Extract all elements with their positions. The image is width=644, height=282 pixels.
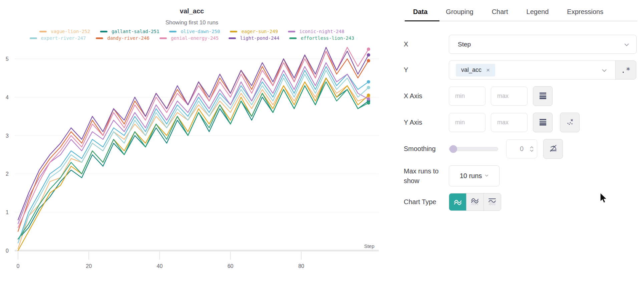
log-scale-icon <box>539 91 547 101</box>
legend-item[interactable]: expert-river-247 <box>30 35 86 41</box>
stepper-down-icon <box>530 149 534 152</box>
legend-run-name: iconic-night-248 <box>299 29 344 34</box>
run-endpoint-dot <box>367 80 370 84</box>
run-endpoint-dot <box>367 47 370 51</box>
chart-type-area-button[interactable] <box>466 193 484 210</box>
legend-run-name: light-pond-244 <box>240 35 279 41</box>
smoothing-slider[interactable] <box>449 147 498 151</box>
y-axis-max-input[interactable] <box>491 113 528 132</box>
tab-grouping[interactable]: Grouping <box>446 8 473 16</box>
y-axis-log-scale-button[interactable] <box>533 113 553 132</box>
show-original-toggle-button[interactable] <box>543 139 563 159</box>
x-metric-select[interactable]: Step <box>449 35 637 54</box>
tab-underline <box>404 21 637 21</box>
run-endpoint-dot <box>367 94 370 97</box>
data-tab-form: X Step Y val_acc × <box>404 21 637 211</box>
legend-swatch <box>288 31 295 32</box>
legend-item[interactable]: light-pond-244 <box>229 35 279 41</box>
legend-item[interactable]: effortless-lion-243 <box>289 35 354 41</box>
legend-swatch <box>159 37 167 39</box>
smoothing-value: 0 <box>520 145 524 153</box>
chevron-down-icon <box>602 66 607 74</box>
x-axis-log-scale-button[interactable] <box>533 86 553 106</box>
run-line[interactable] <box>18 51 368 232</box>
x-tick-label: 60 <box>228 263 234 269</box>
x-tick-label: 80 <box>298 263 304 269</box>
ignore-outliers-button[interactable] <box>560 113 580 132</box>
chart-type-minmax-button[interactable] <box>484 193 501 210</box>
x-row: X Step <box>404 35 637 54</box>
legend-item[interactable]: iconic-night-248 <box>288 29 344 34</box>
smoothing-value-input[interactable]: 0 <box>506 139 537 158</box>
legend-item[interactable]: genial-energy-245 <box>159 35 219 41</box>
area-chart-icon <box>470 196 480 208</box>
x-metric-value: Step <box>458 41 471 48</box>
y-metric-tag-label: val_acc <box>461 66 481 74</box>
run-endpoint-dot <box>367 98 370 101</box>
smoothing-label: Smoothing <box>404 144 449 154</box>
y-tick-label: 2 <box>6 171 9 177</box>
run-endpoint-dot <box>367 101 370 105</box>
legend-swatch <box>39 31 47 32</box>
legend-run-name: olive-dawn-250 <box>181 29 220 34</box>
tab-data[interactable]: Data <box>413 8 427 16</box>
chart-type-line-button[interactable] <box>449 193 466 210</box>
chart-title: val_acc <box>0 7 384 15</box>
legend-run-name: eager-sun-249 <box>241 29 278 34</box>
no-smoothing-iron-icon <box>548 143 558 155</box>
tab-chart[interactable]: Chart <box>492 8 508 16</box>
tab-expressions[interactable]: Expressions <box>567 8 603 16</box>
legend-swatch <box>30 37 37 39</box>
legend-run-name: effortless-lion-243 <box>301 35 354 41</box>
y-metric-multiselect[interactable]: val_acc × <box>449 60 616 80</box>
run-line[interactable] <box>18 63 368 224</box>
run-line[interactable] <box>18 47 368 220</box>
y-tick-label: 4 <box>6 95 9 100</box>
active-tab-indicator <box>405 20 439 21</box>
regex-toggle-button[interactable]: .* <box>615 60 636 80</box>
max-runs-dropdown[interactable]: 10 runs <box>449 165 500 186</box>
y-tick-label: 5 <box>6 56 9 62</box>
max-runs-label: Max runs to show <box>404 166 449 186</box>
mouse-cursor <box>600 192 610 205</box>
smoothing-slider-thumb[interactable] <box>449 145 457 153</box>
run-endpoint-dot <box>367 59 370 62</box>
plot-svg[interactable]: 012345020406080Step <box>0 43 384 282</box>
legend-item[interactable]: eager-sun-249 <box>230 29 278 34</box>
x-axis-max-input[interactable] <box>491 87 528 106</box>
run-line[interactable] <box>18 47 368 228</box>
max-runs-row: Max runs to show 10 runs <box>404 165 637 186</box>
legend-item[interactable]: gallant-salad-251 <box>100 29 159 34</box>
run-line[interactable] <box>18 82 368 239</box>
chart-type-label: Chart Type <box>404 197 449 207</box>
remove-tag-icon[interactable]: × <box>486 67 490 73</box>
tab-bar: Data Grouping Chart Legend Expressions <box>404 0 637 16</box>
y-tick-label: 0 <box>6 248 9 254</box>
x-label: X <box>404 39 449 49</box>
chevron-down-icon <box>624 41 629 48</box>
y-tick-label: 3 <box>6 133 9 139</box>
x-axis-min-input[interactable] <box>449 87 486 106</box>
legend-swatch <box>96 37 103 39</box>
legend-item[interactable]: vague-lion-252 <box>39 29 90 34</box>
chevron-down-icon <box>485 171 489 178</box>
smoothing-row: Smoothing 0 <box>404 139 637 159</box>
log-scale-icon <box>539 118 547 128</box>
outliers-scatter-icon <box>565 117 575 128</box>
x-tick-label: 20 <box>86 263 92 269</box>
run-endpoint-dot <box>367 53 370 57</box>
legend-swatch <box>229 37 236 39</box>
x-axis-label: X Axis <box>404 91 449 101</box>
legend-run-name: genial-energy-245 <box>171 35 219 41</box>
x-axis-title: Step <box>364 243 374 249</box>
stepper-arrows[interactable] <box>530 146 534 152</box>
x-tick-label: 40 <box>157 263 163 269</box>
legend-item[interactable]: dandy-river-246 <box>96 35 149 41</box>
stepper-up-icon <box>530 146 534 148</box>
tab-legend[interactable]: Legend <box>527 8 549 16</box>
chart-panel: val_acc Showing first 10 runs vague-lion… <box>0 0 387 282</box>
y-axis-min-input[interactable] <box>449 113 486 132</box>
chart-legend: vague-lion-252gallant-salad-251olive-daw… <box>8 29 375 41</box>
y-axis-row: Y Axis <box>404 113 637 132</box>
legend-item[interactable]: olive-dawn-250 <box>169 29 220 34</box>
